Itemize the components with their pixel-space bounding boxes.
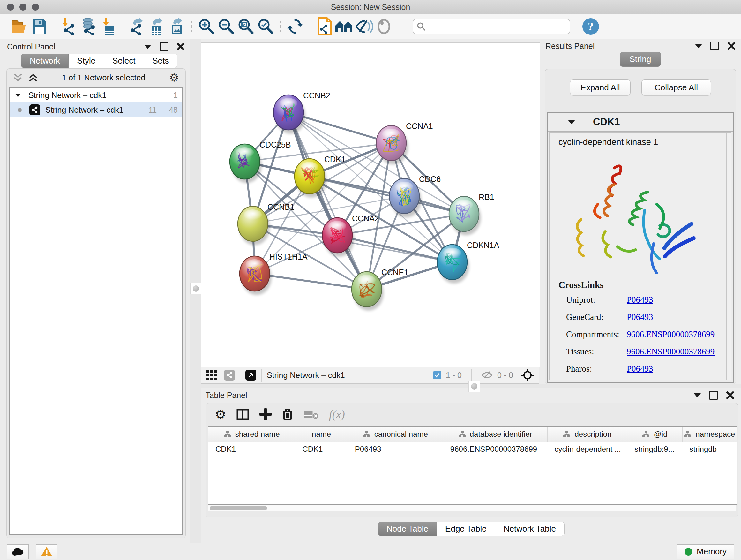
table-cell[interactable]: cyclin-dependent ... [548, 442, 628, 456]
network-document-icon[interactable] [315, 17, 334, 37]
table-hscrollbar[interactable] [208, 505, 736, 511]
delete-table-icon[interactable] [304, 409, 319, 420]
collapse-caret-icon[interactable] [15, 94, 21, 97]
add-column-icon[interactable] [259, 408, 272, 421]
export-image-icon[interactable] [167, 17, 187, 37]
import-table-icon[interactable] [98, 17, 118, 37]
network-node[interactable] [389, 179, 421, 217]
tab-edge-table[interactable]: Edge Table [437, 522, 495, 536]
table-cell[interactable]: CDK1 [295, 442, 347, 456]
hidden-eye-slash-icon[interactable] [481, 371, 493, 380]
column-header[interactable]: namespace [683, 427, 737, 442]
network-node[interactable] [230, 144, 262, 183]
left-splitter[interactable] [190, 39, 201, 543]
crosslink-value[interactable]: P06493 [627, 295, 653, 305]
network-node[interactable] [437, 245, 469, 284]
column-header[interactable]: name [295, 427, 347, 442]
memory-button[interactable]: Memory [677, 544, 734, 559]
zoom-out-icon[interactable] [216, 17, 236, 37]
crosshair-icon[interactable] [521, 368, 534, 382]
delete-column-icon[interactable] [282, 408, 293, 421]
annotation-mode-icon[interactable] [224, 370, 235, 381]
column-header[interactable]: canonical name [348, 427, 443, 442]
birds-eye-view-icon[interactable] [246, 370, 256, 381]
function-builder-icon[interactable]: f(x) [329, 408, 345, 421]
network-node[interactable] [352, 272, 384, 311]
export-table-icon[interactable] [147, 17, 167, 37]
collapse-all-button[interactable]: Collapse All [642, 79, 711, 96]
eye-slash-icon[interactable] [354, 17, 374, 37]
warning-button[interactable] [36, 544, 57, 559]
close-panel-icon[interactable] [726, 391, 734, 399]
table-cell[interactable]: 9606.ENSP00000378699 [443, 442, 548, 456]
column-header[interactable]: description [548, 427, 628, 442]
tab-sets[interactable]: Sets [144, 54, 178, 68]
network-edge[interactable] [288, 112, 367, 289]
close-panel-icon[interactable] [728, 42, 735, 50]
zoom-in-icon[interactable] [197, 17, 216, 37]
crosslink-value[interactable]: P06493 [627, 312, 653, 322]
network-canvas[interactable]: CCNB2CCNA1CDC25BCDK1CDC6RB1CCNB1CCNA2CDK… [201, 43, 540, 367]
tab-node-table[interactable]: Node Table [378, 522, 437, 536]
undock-panel-icon[interactable] [159, 42, 169, 51]
apply-layout-icon[interactable] [285, 17, 305, 37]
tab-select[interactable]: Select [104, 54, 144, 68]
cloud-button[interactable] [7, 544, 29, 559]
zoom-fit-icon[interactable] [236, 17, 256, 37]
column-header[interactable]: database identifier [443, 427, 548, 442]
tab-string[interactable]: String [620, 52, 661, 67]
results-scrollbar[interactable] [726, 133, 731, 380]
float-panel-icon[interactable] [695, 44, 702, 48]
import-network-file-icon[interactable] [59, 17, 78, 37]
scrollbar-thumb[interactable] [210, 506, 267, 510]
network-node[interactable] [273, 95, 306, 134]
help-icon[interactable]: ? [581, 17, 601, 37]
tab-style[interactable]: Style [69, 54, 104, 68]
network-node[interactable] [294, 159, 327, 198]
expand-all-button[interactable]: Expand All [570, 79, 630, 96]
search-input[interactable] [426, 22, 566, 31]
network-node[interactable] [322, 218, 354, 257]
crosslink-value[interactable]: 9606.ENSP00000378699 [627, 329, 715, 339]
save-session-icon[interactable] [29, 17, 49, 37]
table-cell[interactable]: P06493 [348, 442, 443, 456]
table-cell[interactable]: stringdb [683, 442, 737, 456]
column-selector-icon[interactable] [237, 408, 249, 421]
control-panel-header: Control Panel [3, 40, 189, 53]
tab-network[interactable]: Network [21, 54, 69, 68]
eye-icon[interactable] [374, 17, 394, 37]
table-options-gear-icon[interactable]: ⚙ [215, 408, 226, 421]
selected-checkbox-icon[interactable] [433, 371, 441, 379]
column-header[interactable]: shared name [208, 427, 295, 442]
table-cell[interactable]: CDK1 [208, 442, 295, 456]
splitter-handle[interactable] [190, 283, 202, 294]
crosslink-value[interactable]: 9606.ENSP00000378699 [627, 347, 715, 357]
network-row[interactable]: String Network – cdk1 11 48 [10, 103, 182, 117]
crosslink-value[interactable]: P06493 [627, 364, 653, 374]
export-network-icon[interactable] [128, 17, 147, 37]
crosslinks-title: CrossLinks [558, 280, 603, 290]
float-panel-icon[interactable] [694, 393, 701, 397]
open-session-icon[interactable] [10, 17, 29, 37]
network-collection-row[interactable]: String Network – cdk1 1 [10, 88, 182, 103]
column-header[interactable]: @id [627, 427, 682, 442]
houses-icon[interactable] [334, 17, 354, 37]
collapse-caret-icon[interactable] [568, 120, 575, 124]
table-cell[interactable]: stringdb:9... [627, 442, 682, 456]
float-panel-icon[interactable] [144, 45, 151, 49]
network-edge[interactable] [310, 176, 464, 214]
collapse-all-icon[interactable] [13, 73, 23, 82]
zoom-selected-icon[interactable] [256, 17, 276, 37]
grid-view-icon[interactable] [206, 370, 217, 381]
undock-panel-icon[interactable] [709, 391, 718, 400]
table-row[interactable]: CDK1CDK1P064939606.ENSP00000378699cyclin… [208, 442, 737, 456]
import-network-database-icon[interactable] [78, 17, 98, 37]
expand-all-icon[interactable] [28, 73, 38, 82]
network-node[interactable] [376, 125, 408, 165]
tab-network-table[interactable]: Network Table [495, 522, 564, 536]
close-panel-icon[interactable] [177, 43, 185, 51]
network-options-gear-icon[interactable]: ⚙ [170, 72, 179, 83]
undock-panel-icon[interactable] [711, 42, 719, 51]
network-node[interactable] [449, 196, 481, 235]
protein-card-header[interactable]: CDK1 [548, 113, 733, 132]
